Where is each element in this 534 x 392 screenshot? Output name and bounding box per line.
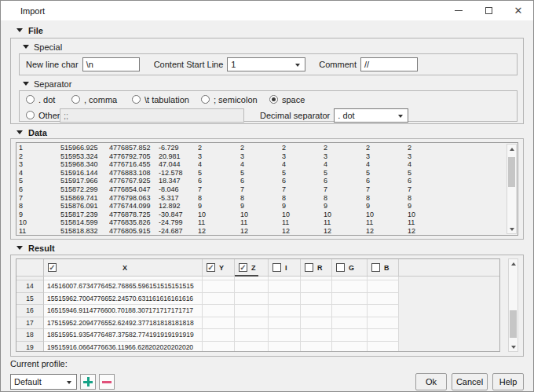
- comment-value: //: [364, 60, 369, 69]
- table-cell: 3: [198, 152, 240, 161]
- column-header-y[interactable]: ✓ Y: [203, 259, 235, 276]
- table-row[interactable]: 9515817.2394776878.725-30.84710101010101…: [16, 211, 505, 219]
- table-cell: [203, 317, 235, 330]
- table-row[interactable]: 5515917.9664776767.92518.347666666: [16, 177, 505, 185]
- row-number-cell: 17: [16, 317, 44, 330]
- separator-radio-dot[interactable]: . dot: [26, 95, 71, 104]
- radio-icon: [132, 95, 141, 104]
- column-header-z[interactable]: ✓ Z: [235, 259, 269, 276]
- separator-radio-tabulation[interactable]: \t tabulation: [132, 95, 201, 104]
- help-button[interactable]: Help: [492, 373, 524, 390]
- remove-profile-button[interactable]: [99, 374, 115, 390]
- current-profile-label: Current profile:: [10, 359, 524, 368]
- table-cell: 7: [408, 185, 449, 194]
- result-vertical-scrollbar[interactable]: [508, 258, 518, 352]
- table-cell: 8: [282, 194, 324, 203]
- minimize-button[interactable]: [444, 1, 474, 20]
- separator-radio-semicolon[interactable]: ; semicolon: [201, 95, 269, 104]
- column-header-x[interactable]: ✓ X: [44, 259, 203, 276]
- table-row[interactable]: 1515966.9254776857.852-6.729222222: [16, 144, 505, 152]
- separator-radio-comma[interactable]: , comma: [71, 95, 132, 104]
- table-cell: 9: [240, 202, 282, 211]
- table-cell: 11: [408, 218, 449, 227]
- table-row[interactable]: 6515872.2994776854.047-8.046777777: [16, 185, 505, 194]
- checkbox-icon[interactable]: [371, 263, 380, 272]
- table-cell: [235, 342, 269, 353]
- column-header-r[interactable]: R: [301, 259, 332, 276]
- checkbox-icon[interactable]: ✓: [239, 263, 247, 272]
- scroll-track[interactable]: [509, 268, 518, 343]
- scroll-up-button[interactable]: [509, 259, 518, 268]
- special-section-header[interactable]: Special: [23, 42, 518, 52]
- table-row[interactable]: 7515869.7414776798.063-5.317888888: [16, 194, 505, 203]
- table-row[interactable]: 4515916.1444776883.108-12.578555555: [16, 169, 505, 178]
- add-profile-button[interactable]: [80, 374, 96, 390]
- scroll-up-button[interactable]: [507, 145, 516, 153]
- new-line-char-input[interactable]: \n: [82, 57, 140, 71]
- table-row[interactable]: 1818515951.9354776487.37582.774191919191…: [16, 329, 499, 342]
- column-label: X: [48, 264, 202, 272]
- minimize-icon: [455, 10, 463, 11]
- close-icon: ✕: [514, 5, 523, 16]
- table-row[interactable]: 1515515962.7004776652.24570.631161616161…: [16, 293, 499, 306]
- table-row[interactable]: 11515818.8324776805.915-24.6871212121212…: [16, 227, 505, 236]
- file-section-header[interactable]: File: [16, 25, 524, 35]
- column-header-i[interactable]: I: [269, 259, 301, 276]
- row-number-cell: 16: [16, 305, 44, 317]
- checkbox-icon[interactable]: ✓: [48, 263, 57, 272]
- table-cell: 4776878.725: [109, 211, 159, 219]
- scroll-thumb[interactable]: [510, 310, 517, 338]
- table-cell: [301, 280, 332, 293]
- table-row[interactable]: 10515814.5994776835.826-24.7991111111111…: [16, 218, 505, 227]
- file-section-label: File: [28, 26, 43, 35]
- table-cell: 7: [282, 185, 324, 194]
- table-row[interactable]: 2515953.3244776792.70520.981333333: [16, 152, 505, 161]
- table-cell: 4: [240, 160, 282, 169]
- column-header-g[interactable]: G: [332, 259, 368, 276]
- table-cell: 3: [366, 152, 408, 161]
- scroll-track[interactable]: [507, 153, 516, 225]
- profile-select[interactable]: Default: [10, 374, 77, 390]
- content-start-line-select[interactable]: 1: [227, 57, 305, 71]
- table-row[interactable]: 8515876.0914776744.09912.892999999: [16, 202, 505, 211]
- table-cell: 3: [282, 152, 324, 161]
- result-section-header[interactable]: Result: [16, 243, 524, 253]
- separator-radio-other[interactable]: Other: [26, 111, 60, 120]
- table-cell: 515817.239: [60, 211, 109, 219]
- checkbox-icon[interactable]: [336, 263, 345, 272]
- table-cell: [301, 342, 332, 353]
- table-cell: 7: [240, 185, 282, 194]
- separator-section-label: Separator: [34, 79, 71, 89]
- table-cell: 1: [16, 144, 60, 152]
- table-cell: 11: [198, 218, 240, 227]
- table-cell: [203, 293, 235, 306]
- table-cell: [368, 317, 399, 330]
- close-button[interactable]: ✕: [503, 1, 533, 20]
- checkbox-icon[interactable]: [305, 263, 313, 272]
- table-cell: [203, 342, 235, 353]
- cancel-button[interactable]: Cancel: [452, 373, 488, 390]
- scroll-thumb[interactable]: [508, 157, 515, 187]
- table-row[interactable]: 1919515916.0664776636.11966.628202020202…: [16, 342, 499, 353]
- table-row[interactable]: 1616515946.9114776600.70188.307171717171…: [16, 305, 499, 317]
- special-groupbox: New line char \n Content Start Line 1 Co…: [19, 53, 518, 75]
- separator-section-header[interactable]: Separator: [23, 79, 518, 89]
- other-separator-input[interactable]: ;;: [60, 108, 244, 123]
- checkbox-icon[interactable]: [272, 263, 281, 272]
- checkbox-icon[interactable]: ✓: [207, 263, 215, 272]
- table-row[interactable]: 1414516007.6734776452.76865.596151515151…: [16, 280, 499, 293]
- table-row[interactable]: 1717515952.2094776552.62492.377181818181…: [16, 317, 499, 330]
- column-header-b[interactable]: B: [368, 259, 399, 276]
- comment-input[interactable]: //: [360, 57, 418, 71]
- table-row[interactable]: 3515968.3404776716.45547.044444444: [16, 160, 505, 169]
- data-vertical-scrollbar[interactable]: [507, 144, 517, 234]
- separator-radio-space[interactable]: space: [269, 95, 305, 104]
- result-groupbox: ✓ X ✓ Y ✓ Z I: [10, 255, 524, 357]
- maximize-button[interactable]: [474, 1, 503, 20]
- ok-button[interactable]: Ok: [415, 373, 447, 390]
- scroll-down-button[interactable]: [507, 225, 516, 233]
- scroll-down-button[interactable]: [509, 343, 518, 351]
- table-cell: 515814.599: [60, 218, 109, 227]
- decimal-separator-select[interactable]: . dot: [334, 108, 408, 123]
- data-section-header[interactable]: Data: [16, 127, 524, 137]
